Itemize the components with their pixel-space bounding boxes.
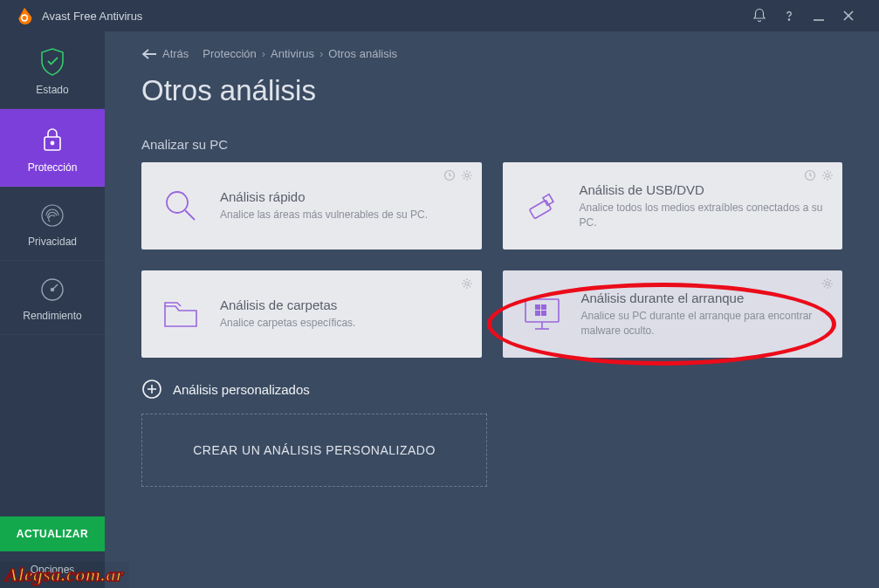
card-sub: Analice todos los medios extraíbles cone… — [580, 201, 826, 230]
sidebar-item-status[interactable]: Estado — [0, 31, 105, 109]
sidebar-item-label: Privacidad — [28, 236, 77, 248]
svg-rect-25 — [535, 304, 540, 310]
lock-icon — [39, 125, 65, 154]
breadcrumb: Atrás Protección › Antivirus › Otros aná… — [141, 47, 842, 60]
sidebar-item-protection[interactable]: Protección — [0, 109, 105, 187]
svg-rect-28 — [541, 311, 546, 316]
card-title: Análisis rápido — [220, 189, 428, 204]
create-custom-scan-label: CREAR UN ANÁLISIS PERSONALIZADO — [193, 443, 436, 457]
arrow-left-icon — [141, 48, 157, 60]
shield-icon — [39, 47, 65, 77]
update-label: ACTUALIZAR — [17, 528, 88, 540]
breadcrumb-item[interactable]: Otros análisis — [328, 47, 397, 60]
svg-point-11 — [51, 288, 53, 291]
svg-line-15 — [185, 210, 195, 220]
gear-icon[interactable] — [821, 277, 834, 290]
svg-point-13 — [465, 174, 469, 177]
breadcrumb-item[interactable]: Protección — [203, 47, 256, 60]
svg-point-2 — [788, 19, 789, 20]
card-title: Análisis de USB/DVD — [580, 182, 826, 197]
gear-icon[interactable] — [461, 277, 473, 290]
back-label: Atrás — [162, 47, 189, 60]
minimize-icon[interactable] — [804, 3, 834, 28]
folder-icon — [161, 297, 200, 331]
gear-icon[interactable] — [461, 169, 473, 181]
magnifier-icon — [161, 187, 200, 225]
plus-circle-icon — [141, 379, 162, 400]
breadcrumb-sep: › — [262, 47, 265, 60]
usb-icon — [522, 187, 560, 225]
card-sub: Analice su PC durante el arranque para e… — [581, 309, 826, 338]
fingerprint-icon — [39, 202, 65, 229]
card-title: Análisis durante el arranque — [581, 291, 826, 305]
gear-icon[interactable] — [821, 169, 834, 181]
section-label: Analizar su PC — [141, 137, 842, 152]
svg-rect-18 — [529, 200, 551, 218]
svg-point-1 — [23, 16, 27, 20]
svg-point-20 — [465, 282, 469, 285]
notifications-icon[interactable] — [745, 3, 774, 28]
breadcrumb-item[interactable]: Antivirus — [271, 47, 314, 60]
card-sub: Analice carpetas específicas. — [220, 316, 355, 331]
svg-point-14 — [167, 192, 188, 213]
gauge-icon — [39, 277, 65, 303]
close-icon[interactable] — [834, 3, 863, 28]
scan-card-boot[interactable]: Análisis durante el arranque Analice su … — [503, 270, 843, 358]
sidebar: Estado Protección Privacidad — [0, 31, 105, 588]
scan-card-folders[interactable]: Análisis de carpetas Analice carpetas es… — [141, 270, 482, 358]
watermark: Alegsa.com.ar — [0, 562, 129, 588]
clock-icon[interactable] — [443, 169, 456, 181]
svg-point-21 — [826, 282, 829, 285]
back-button[interactable]: Atrás — [141, 47, 189, 60]
sidebar-item-privacy[interactable]: Privacidad — [0, 187, 105, 261]
custom-scans-header[interactable]: Análisis personalizados — [141, 379, 842, 400]
app-title: Avast Free Antivirus — [42, 10, 142, 23]
custom-scans-label: Análisis personalizados — [173, 382, 310, 397]
help-icon[interactable] — [774, 3, 804, 28]
sidebar-item-label: Rendimiento — [23, 310, 81, 322]
update-button[interactable]: ACTUALIZAR — [0, 516, 105, 551]
sidebar-item-label: Estado — [36, 84, 68, 96]
svg-rect-26 — [541, 304, 546, 310]
card-sub: Analice las áreas más vulnerables de su … — [220, 208, 428, 222]
create-custom-scan-button[interactable]: CREAR UN ANÁLISIS PERSONALIZADO — [141, 414, 487, 487]
svg-point-7 — [51, 141, 53, 144]
content-area: Atrás Protección › Antivirus › Otros aná… — [105, 31, 879, 588]
monitor-windows-icon — [522, 296, 562, 332]
app-window: Avast Free Antivirus Estado — [0, 0, 879, 588]
card-title: Análisis de carpetas — [220, 297, 355, 312]
avast-logo-icon — [16, 7, 33, 24]
titlebar: Avast Free Antivirus — [0, 0, 879, 31]
svg-point-17 — [826, 174, 829, 177]
page-title: Otros análisis — [141, 74, 842, 107]
breadcrumb-sep: › — [319, 47, 323, 60]
clock-icon[interactable] — [804, 169, 816, 181]
scan-card-quick[interactable]: Análisis rápido Analice las áreas más vu… — [141, 162, 482, 250]
scan-card-usb[interactable]: Análisis de USB/DVD Analice todos los me… — [503, 162, 843, 250]
sidebar-item-performance[interactable]: Rendimiento — [0, 261, 105, 335]
sidebar-item-label: Protección — [28, 161, 78, 174]
svg-rect-27 — [535, 311, 540, 316]
